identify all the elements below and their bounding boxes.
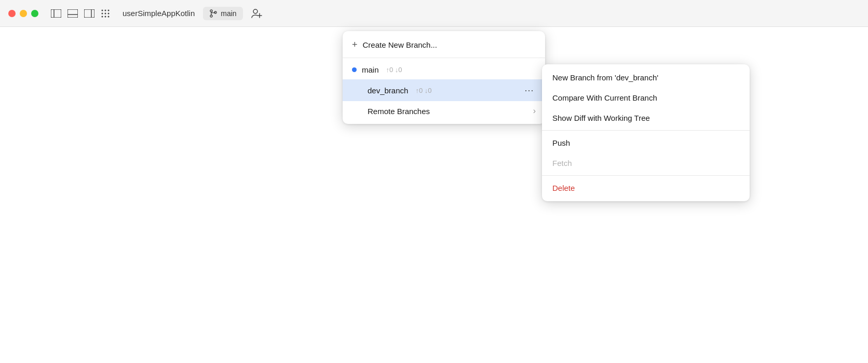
dropdown-divider-1 xyxy=(343,58,545,58)
minimize-button[interactable] xyxy=(20,10,27,17)
branch-item-main[interactable]: main ↑0 ↓0 xyxy=(343,60,545,79)
dev-branch-name: dev_branch xyxy=(368,86,408,95)
context-menu-delete-label: Delete xyxy=(552,184,575,192)
context-menu-fetch-label: Fetch xyxy=(552,159,572,167)
svg-point-9 xyxy=(102,12,103,14)
svg-rect-0 xyxy=(51,9,61,18)
branch-icon xyxy=(209,9,218,18)
remote-branches-item[interactable]: Remote Branches › xyxy=(343,101,545,121)
svg-point-10 xyxy=(105,12,106,14)
context-menu-item-push[interactable]: Push xyxy=(542,133,750,153)
context-menu-item-diff[interactable]: Show Diff with Working Tree xyxy=(542,108,750,128)
svg-point-15 xyxy=(210,10,212,12)
remote-branches-label: Remote Branches xyxy=(368,107,430,116)
context-menu: New Branch from 'dev_branch' Compare Wit… xyxy=(542,64,750,201)
svg-point-12 xyxy=(102,16,103,17)
grid-icon[interactable] xyxy=(101,9,110,18)
svg-point-11 xyxy=(108,12,110,14)
context-menu-divider-1 xyxy=(542,130,750,131)
add-collaborator-button[interactable] xyxy=(251,8,263,19)
svg-point-14 xyxy=(108,16,110,17)
current-branch-dot xyxy=(352,67,357,72)
svg-point-7 xyxy=(105,9,106,11)
context-menu-compare-label: Compare With Current Branch xyxy=(552,93,657,102)
context-menu-item-new-branch[interactable]: New Branch from 'dev_branch' xyxy=(542,67,750,88)
svg-point-8 xyxy=(108,9,110,11)
bottom-panel-icon[interactable] xyxy=(67,9,78,18)
svg-rect-2 xyxy=(67,9,78,18)
traffic-lights xyxy=(8,10,38,17)
context-menu-item-delete[interactable]: Delete xyxy=(542,178,750,198)
context-menu-new-branch-label: New Branch from 'dev_branch' xyxy=(552,73,658,82)
main-branch-stats: ↑0 ↓0 xyxy=(386,66,402,74)
context-menu-push-label: Push xyxy=(552,138,570,147)
titlebar: userSimpleAppKotlin main xyxy=(0,0,868,27)
maximize-button[interactable] xyxy=(31,10,38,17)
branch-label: main xyxy=(221,9,236,18)
branch-item-dev[interactable]: dev_branch ↑0 ↓0 ⋯ xyxy=(343,79,545,101)
chevron-right-icon: › xyxy=(533,106,536,116)
svg-point-6 xyxy=(102,9,103,11)
context-menu-item-compare[interactable]: Compare With Current Branch xyxy=(542,88,750,108)
sidebar-toggle-icon[interactable] xyxy=(51,9,61,18)
svg-point-16 xyxy=(210,15,212,17)
right-panel-icon[interactable] xyxy=(84,9,94,18)
create-branch-item[interactable]: + Create New Branch... xyxy=(343,34,545,55)
project-name: userSimpleAppKotlin xyxy=(123,9,195,18)
context-menu-item-fetch: Fetch xyxy=(542,153,750,173)
main-branch-name: main xyxy=(362,65,379,74)
context-menu-diff-label: Show Diff with Working Tree xyxy=(552,114,650,122)
plus-icon: + xyxy=(352,39,358,50)
close-button[interactable] xyxy=(8,10,16,17)
context-menu-divider-2 xyxy=(542,175,750,176)
branch-dropdown: + Create New Branch... main ↑0 ↓0 dev_br… xyxy=(343,31,545,124)
svg-rect-4 xyxy=(84,9,94,18)
dev-branch-stats: ↑0 ↓0 xyxy=(415,87,431,94)
titlebar-icons xyxy=(51,9,110,18)
svg-point-13 xyxy=(105,16,106,17)
branch-button[interactable]: main xyxy=(203,7,242,20)
branch-more-button[interactable]: ⋯ xyxy=(522,85,536,96)
main-content: + Create New Branch... main ↑0 ↓0 dev_br… xyxy=(0,27,868,363)
create-branch-label: Create New Branch... xyxy=(363,40,437,49)
person-add-icon xyxy=(251,8,263,19)
